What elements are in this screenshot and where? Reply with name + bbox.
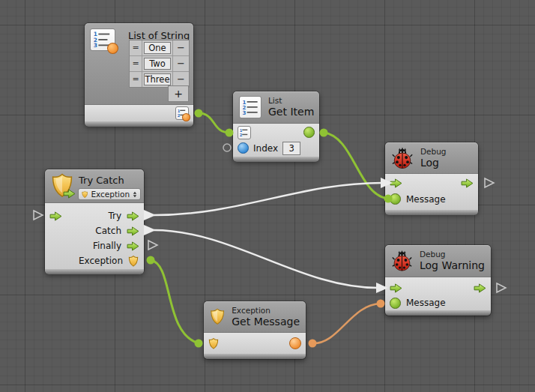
unconnected-flow-marker[interactable] — [148, 241, 157, 250]
wire-list-to-get-item[interactable] — [195, 109, 234, 137]
index-value-field[interactable]: 3 — [282, 142, 300, 155]
inline-value-badge-icon — [182, 113, 190, 121]
remove-item-button[interactable]: − — [172, 56, 189, 71]
unconnected-flow-marker[interactable] — [497, 283, 506, 292]
node-footer — [233, 157, 319, 162]
unconnected-port-marker[interactable] — [223, 144, 231, 151]
unconnected-flow-marker[interactable] — [485, 178, 494, 187]
message-input-port[interactable] — [390, 193, 401, 205]
list-of-string-header: 1 2 3 List of String = One − = Two − = — [85, 23, 193, 105]
node-get-message[interactable]: Exception Get Message — [204, 301, 306, 359]
flow-input-port[interactable] — [390, 178, 402, 188]
wire-get-message-to-warning-message[interactable] — [309, 300, 385, 348]
list-of-string-ports: 1 2 — [85, 105, 193, 121]
get-item-row-list: 1 2 — [233, 124, 319, 140]
wire-get-item-to-log-message[interactable] — [320, 129, 393, 203]
ladybug-icon — [391, 147, 414, 169]
node-footer — [385, 310, 491, 316]
dropdown-value: Exception — [91, 190, 130, 199]
node-category: Debug — [420, 147, 447, 157]
node-footer — [45, 269, 144, 274]
node-category: Exception — [232, 306, 300, 316]
node-title: Get Item — [268, 106, 314, 118]
add-item-button[interactable]: + — [168, 85, 189, 102]
list-item-row: = One − — [130, 40, 189, 56]
flow-input-port[interactable] — [49, 211, 62, 221]
node-debug-log[interactable]: Debug Log Message — [385, 142, 478, 214]
svg-text:2: 2 — [240, 133, 243, 137]
node-try-catch[interactable]: Try Catch Exception Try Catch — [45, 169, 144, 274]
log-warning-message-row: Message — [385, 295, 491, 310]
drag-handle[interactable]: = — [130, 40, 142, 55]
debug-log-message-row: Message — [385, 191, 478, 207]
list-item-field[interactable]: Two — [144, 58, 171, 70]
catch-output-port[interactable] — [127, 226, 139, 236]
get-message-ports — [204, 333, 306, 354]
exception-input-port[interactable] — [208, 338, 219, 349]
list-input-port[interactable]: 1 2 — [238, 126, 251, 139]
node-footer — [385, 210, 478, 215]
svg-text:2: 2 — [178, 113, 181, 118]
node-category: Debug — [420, 250, 485, 259]
graph-canvas[interactable]: { "graph": { "background_color": "#5a5a5… — [0, 0, 535, 392]
exception-type-dropdown[interactable]: Exception — [78, 188, 141, 200]
finally-label: Finally — [93, 241, 121, 251]
node-get-item[interactable]: 1 2 3 List Get Item 1 2 — [233, 91, 319, 161]
flow-badge-icon — [63, 189, 76, 199]
flow-output-port[interactable] — [474, 283, 486, 293]
dropdown-arrows-icon — [133, 190, 137, 199]
debug-log-header: Debug Log — [385, 142, 478, 174]
message-output-port[interactable] — [289, 337, 301, 349]
finally-row: Finally — [45, 238, 144, 253]
message-input-port[interactable] — [390, 298, 401, 309]
exception-row: Exception — [45, 253, 144, 268]
node-debug-log-warning[interactable]: Debug Log Warning Message — [385, 245, 491, 316]
node-title: Try Catch — [79, 174, 124, 187]
svg-text:1: 1 — [178, 109, 181, 113]
index-input-port[interactable] — [238, 142, 249, 154]
remove-item-button[interactable]: − — [172, 40, 189, 55]
list-item-field[interactable]: One — [144, 42, 171, 54]
try-label: Try — [108, 211, 121, 221]
node-footer — [85, 121, 193, 127]
finally-output-port[interactable] — [127, 241, 139, 251]
flow-output-port[interactable] — [461, 178, 474, 188]
drag-handle[interactable]: = — [130, 56, 142, 71]
catch-row: Catch — [45, 223, 144, 238]
svg-text:3: 3 — [94, 42, 97, 49]
list-icon: 1 2 3 — [239, 96, 262, 118]
node-footer — [204, 354, 306, 359]
flow-input-port[interactable] — [390, 283, 402, 293]
shield-icon — [210, 305, 225, 328]
inline-value-badge-icon — [107, 43, 118, 54]
remove-item-button[interactable]: − — [172, 72, 189, 87]
list-item-field[interactable]: Three — [144, 73, 171, 85]
try-output-port[interactable] — [127, 211, 139, 221]
list-item-row: = Three − — [130, 72, 189, 87]
wire-try-to-log[interactable] — [144, 178, 393, 220]
catch-label: Catch — [95, 226, 121, 236]
shield-icon — [82, 190, 88, 199]
list-output-port[interactable]: 1 2 — [175, 106, 189, 120]
unconnected-flow-marker[interactable] — [34, 211, 43, 220]
wire-catch-to-log-warning[interactable] — [144, 225, 388, 293]
list-item-row: = Two − — [130, 56, 189, 72]
try-catch-header: Try Catch Exception — [45, 169, 144, 203]
node-list-of-string[interactable]: 1 2 3 List of String = One − = Two − = — [85, 23, 193, 126]
get-message-header: Exception Get Message — [204, 301, 306, 333]
ladybug-icon — [391, 250, 413, 272]
svg-text:1: 1 — [240, 128, 243, 133]
debug-log-flow-row — [385, 175, 478, 191]
exception-output-port[interactable] — [128, 256, 139, 267]
message-label: Message — [406, 298, 446, 308]
log-warning-flow-row — [385, 280, 491, 295]
drag-handle[interactable]: = — [130, 72, 142, 87]
node-title: Log Warning — [420, 259, 485, 272]
get-item-row-index: Index 3 — [233, 140, 319, 156]
node-title: Get Message — [232, 316, 300, 328]
string-list-editor: = One − = Two − = Three − — [129, 40, 190, 88]
wire-exception-to-get-message[interactable] — [147, 256, 203, 348]
item-output-port[interactable] — [303, 127, 315, 138]
svg-text:3: 3 — [243, 110, 247, 116]
list-icon: 1 2 3 — [90, 28, 115, 51]
